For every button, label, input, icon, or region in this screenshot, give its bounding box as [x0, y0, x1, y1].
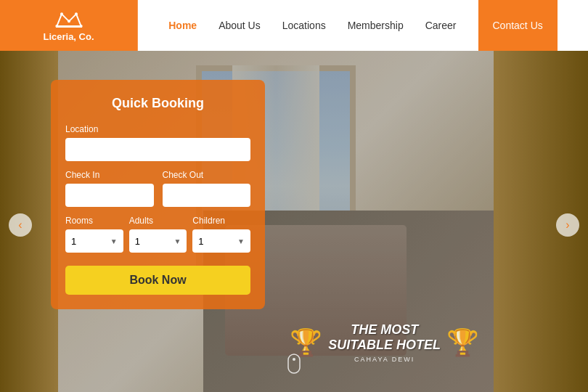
- award-line1: THE MOST SUITABLE HOTEL: [328, 322, 441, 354]
- carousel-next-button[interactable]: ›: [556, 213, 579, 237]
- svg-point-8: [293, 358, 295, 361]
- children-select-wrapper: 1023 ▼: [192, 229, 250, 253]
- children-label: Children: [192, 216, 250, 226]
- checkout-group: Check Out: [163, 170, 251, 207]
- laurel-right-icon: 🏆: [446, 327, 479, 358]
- checkin-input[interactable]: [65, 184, 154, 207]
- children-group: Children 1023 ▼: [192, 216, 250, 253]
- adults-group: Adults 1234 ▼: [129, 216, 187, 253]
- dates-row: Check In Check Out: [65, 170, 250, 207]
- header: Liceria, Co. Home About Us Locations Mem…: [0, 0, 588, 51]
- guests-row: Rooms 1234 ▼ Adults 1234 ▼ Children 1023: [65, 216, 250, 253]
- award-subtext: CAHAYA DEWI: [328, 356, 441, 363]
- crown-icon: [54, 9, 83, 29]
- checkin-group: Check In: [65, 170, 154, 207]
- adults-label: Adults: [129, 216, 187, 226]
- scroll-mouse-icon: [287, 354, 301, 374]
- nav-locations[interactable]: Locations: [282, 20, 326, 31]
- svg-point-4: [60, 12, 63, 15]
- nav-about[interactable]: About Us: [219, 20, 261, 31]
- checkin-label: Check In: [65, 170, 154, 180]
- next-arrow-icon: ›: [565, 219, 569, 232]
- main-nav: Home About Us Locations Membership Caree…: [138, 0, 588, 51]
- rooms-select-wrapper: 1234 ▼: [65, 229, 123, 253]
- nav-career[interactable]: Career: [425, 20, 457, 31]
- quick-booking-panel: Quick Booking Location Check In Check Ou…: [51, 80, 265, 309]
- svg-rect-7: [288, 354, 300, 373]
- location-group: Location: [65, 124, 250, 161]
- nav-home[interactable]: Home: [168, 20, 197, 31]
- booking-title: Quick Booking: [65, 96, 250, 111]
- nav-contact[interactable]: Contact Us: [478, 0, 558, 51]
- location-input[interactable]: [65, 138, 250, 161]
- logo-text: Liceria, Co.: [43, 31, 94, 42]
- award-badge: 🏆 THE MOST SUITABLE HOTEL CAHAYA DEWI 🏆: [290, 322, 479, 363]
- rooms-label: Rooms: [65, 216, 123, 226]
- checkout-input[interactable]: [163, 184, 251, 207]
- location-label: Location: [65, 124, 250, 134]
- logo-area[interactable]: Liceria, Co.: [0, 0, 138, 51]
- carousel-prev-button[interactable]: ‹: [9, 213, 32, 237]
- prev-arrow-icon: ‹: [18, 219, 22, 232]
- nav-membership[interactable]: Membership: [348, 20, 404, 31]
- adults-select[interactable]: 1234: [129, 229, 187, 253]
- adults-select-wrapper: 1234 ▼: [129, 229, 187, 253]
- award-laurel: 🏆 THE MOST SUITABLE HOTEL CAHAYA DEWI 🏆: [290, 322, 479, 363]
- svg-point-5: [75, 12, 78, 15]
- rooms-group: Rooms 1234 ▼: [65, 216, 123, 253]
- children-select[interactable]: 1023: [192, 229, 250, 253]
- svg-point-2: [68, 20, 70, 23]
- scroll-indicator: [287, 354, 301, 377]
- book-now-button[interactable]: Book Now: [65, 266, 250, 295]
- rooms-select[interactable]: 1234: [65, 229, 123, 253]
- award-text: THE MOST SUITABLE HOTEL CAHAYA DEWI: [328, 322, 441, 363]
- checkout-label: Check Out: [163, 170, 251, 180]
